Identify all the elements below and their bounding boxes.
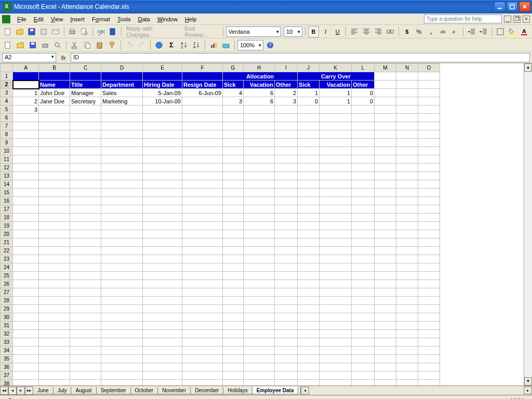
cell[interactable] bbox=[143, 105, 182, 114]
sheet-tab-october[interactable]: October bbox=[130, 387, 158, 394]
cells-table[interactable]: ABCDEFGHIJKLMNO1AllocationCarry Over2IDN… bbox=[0, 63, 440, 385]
decrease-indent-icon[interactable] bbox=[466, 26, 477, 37]
cell[interactable]: Jane Doe bbox=[39, 97, 70, 105]
preview-icon-2[interactable] bbox=[52, 39, 63, 51]
menu-data[interactable]: Data bbox=[134, 15, 153, 24]
cell[interactable]: Secretary bbox=[70, 97, 101, 105]
row-header-19[interactable]: 19 bbox=[1, 222, 13, 230]
scroll-right-button[interactable]: ▸ bbox=[524, 387, 532, 394]
cell[interactable]: 10-Jan-09 bbox=[143, 97, 182, 105]
maximize-button[interactable] bbox=[507, 2, 518, 12]
sheet-tab-june[interactable]: June bbox=[33, 387, 54, 394]
hyperlink-icon[interactable] bbox=[153, 39, 165, 51]
sheet-tab-december[interactable]: December bbox=[190, 387, 223, 394]
row-header-28[interactable]: 28 bbox=[1, 297, 13, 305]
sort-desc-icon[interactable]: ZA bbox=[191, 39, 202, 51]
menu-format[interactable]: Format bbox=[88, 15, 114, 24]
row-header-29[interactable]: 29 bbox=[1, 305, 13, 313]
borders-icon[interactable] bbox=[495, 26, 506, 37]
formula-input[interactable]: ID bbox=[71, 53, 530, 62]
col-header-B[interactable]: B bbox=[39, 64, 70, 72]
menu-help[interactable]: Help bbox=[181, 15, 201, 24]
cell[interactable] bbox=[70, 105, 101, 114]
close-button[interactable] bbox=[519, 2, 530, 12]
cell[interactable] bbox=[101, 105, 143, 114]
cell[interactable]: 3 bbox=[13, 105, 39, 114]
merge-center-icon[interactable]: a bbox=[385, 26, 396, 37]
col-header-D[interactable]: D bbox=[101, 64, 143, 72]
new-workbook-icon[interactable] bbox=[2, 26, 13, 37]
header-sick1[interactable]: Sick bbox=[223, 81, 244, 89]
autosum-icon[interactable]: Σ bbox=[166, 39, 177, 51]
tab-nav-next[interactable]: ▸ bbox=[17, 387, 25, 395]
row-header-33[interactable]: 33 bbox=[1, 338, 13, 347]
help-icon[interactable]: ? bbox=[264, 39, 276, 51]
align-left-icon[interactable] bbox=[349, 26, 360, 37]
row-header-34[interactable]: 34 bbox=[1, 347, 13, 355]
cell[interactable]: 1 bbox=[320, 89, 352, 97]
save-icon[interactable] bbox=[26, 26, 37, 37]
cell[interactable]: 2 bbox=[13, 97, 39, 105]
paste-icon[interactable] bbox=[94, 39, 105, 51]
header-hire[interactable]: Hiring Date bbox=[143, 81, 182, 89]
row-header-17[interactable]: 17 bbox=[1, 205, 13, 214]
row-header-27[interactable]: 27 bbox=[1, 288, 13, 297]
row-header-26[interactable]: 26 bbox=[1, 280, 13, 288]
row-header-13[interactable]: 13 bbox=[1, 172, 13, 180]
cell[interactable] bbox=[182, 105, 223, 114]
sort-asc-icon[interactable]: AZ bbox=[178, 39, 190, 51]
row-header-25[interactable]: 25 bbox=[1, 272, 13, 280]
row-header-10[interactable]: 10 bbox=[1, 147, 13, 155]
row-header-9[interactable]: 9 bbox=[1, 139, 13, 147]
cell[interactable] bbox=[320, 105, 352, 114]
cell[interactable] bbox=[298, 105, 320, 114]
row-header-8[interactable]: 8 bbox=[1, 130, 13, 139]
open-icon[interactable] bbox=[14, 26, 25, 37]
col-header-G[interactable]: G bbox=[223, 64, 244, 72]
cell[interactable]: 0 bbox=[298, 97, 320, 105]
header-other2[interactable]: Other bbox=[352, 81, 375, 89]
doc-restore-button[interactable]: ❐ bbox=[513, 16, 521, 23]
row-header-20[interactable]: 20 bbox=[1, 230, 13, 238]
row-header-16[interactable]: 16 bbox=[1, 197, 13, 205]
save-icon-2[interactable] bbox=[27, 39, 38, 51]
header-title[interactable]: Title bbox=[70, 81, 101, 89]
cell[interactable] bbox=[275, 105, 298, 114]
header-name[interactable]: Name bbox=[39, 81, 70, 89]
cell[interactable]: 0 bbox=[352, 89, 375, 97]
cell[interactable]: 3 bbox=[223, 97, 244, 105]
print-icon[interactable] bbox=[67, 26, 78, 37]
cell[interactable] bbox=[223, 105, 244, 114]
font-dropdown[interactable]: Verdana bbox=[226, 26, 281, 37]
sheet-tab-september[interactable]: September bbox=[96, 387, 131, 394]
cell[interactable]: 6-Jun-09 bbox=[182, 89, 223, 97]
cell[interactable]: 5-Jan-09 bbox=[143, 89, 182, 97]
header-vac1[interactable]: Vacation bbox=[244, 81, 275, 89]
row-header-1[interactable]: 1 bbox=[1, 72, 13, 81]
comma-icon[interactable]: , bbox=[425, 26, 436, 37]
cell[interactable]: John Doe bbox=[39, 89, 70, 97]
col-header-K[interactable]: K bbox=[320, 64, 352, 72]
row-header-35[interactable]: 35 bbox=[1, 355, 13, 363]
row-header-36[interactable]: 36 bbox=[1, 363, 13, 371]
underline-button[interactable]: U bbox=[332, 26, 343, 37]
tab-nav-last[interactable]: ▸▸ bbox=[25, 387, 33, 395]
bold-button[interactable]: B bbox=[308, 26, 319, 37]
redo-icon[interactable] bbox=[136, 39, 148, 51]
cell[interactable]: 0 bbox=[352, 97, 375, 105]
cell[interactable]: 3 bbox=[275, 97, 298, 105]
row-header-32[interactable]: 32 bbox=[1, 330, 13, 338]
row-header-22[interactable]: 22 bbox=[1, 247, 13, 255]
fill-color-icon[interactable] bbox=[507, 26, 518, 37]
col-header-M[interactable]: M bbox=[375, 64, 396, 72]
sheet-tab-holidays[interactable]: Holidays bbox=[223, 387, 252, 394]
col-header-A[interactable]: A bbox=[13, 64, 39, 72]
format-painter-icon[interactable] bbox=[107, 39, 118, 51]
row-header-14[interactable]: 14 bbox=[1, 180, 13, 189]
header-id[interactable]: ID bbox=[13, 81, 39, 89]
row-header-37[interactable]: 37 bbox=[1, 371, 13, 380]
decrease-decimal-icon[interactable]: .0 bbox=[449, 26, 460, 37]
row-header-4[interactable]: 4 bbox=[1, 97, 13, 105]
menu-window[interactable]: Window bbox=[154, 15, 181, 24]
currency-icon[interactable]: $ bbox=[402, 26, 413, 37]
